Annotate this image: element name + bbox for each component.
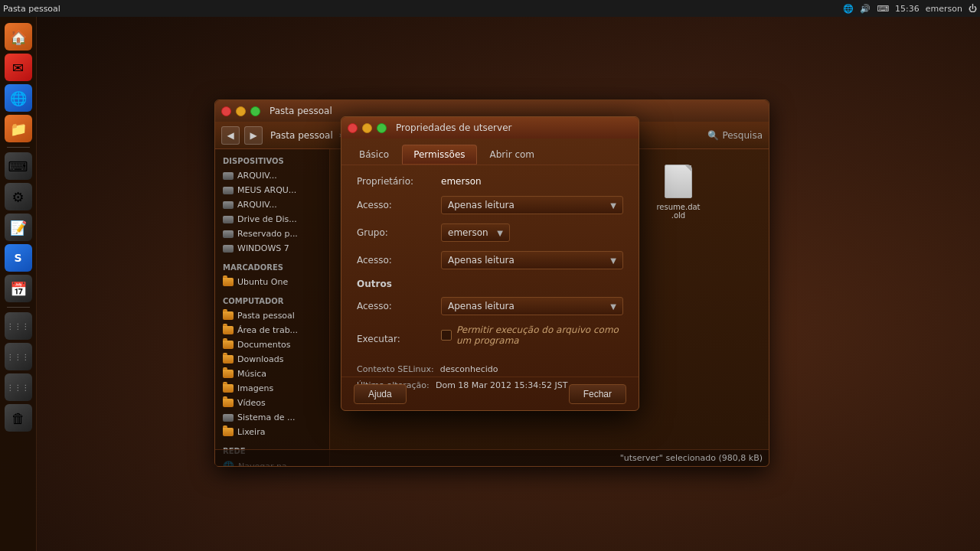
folder-icon-docs: [223, 341, 234, 349]
topbar-user: emerson: [926, 4, 962, 14]
folder-icon-ubuntu: [223, 278, 234, 286]
sidebar-item-pasta-pessoal[interactable]: Pasta pessoal: [218, 308, 326, 323]
dropdown-arrow1: ▼: [610, 201, 616, 210]
search-icon: 🔍: [707, 130, 719, 141]
value-contexto: desconhecido: [440, 364, 498, 374]
topbar-network-icon[interactable]: 🌐: [843, 4, 854, 14]
sidebar-header-dispositivos: Dispositivos: [218, 155, 326, 167]
dropdown-acesso3[interactable]: Apenas leitura ▼: [441, 297, 623, 315]
dock-trash[interactable]: 🗑: [5, 404, 32, 432]
sidebar-item-videos[interactable]: Vídeos: [218, 396, 326, 410]
sidebar-section-computador: Computador Pasta pessoal Área de trab...…: [218, 295, 326, 439]
file-item-resume[interactable]: resume.dat.old: [652, 158, 705, 224]
sidebar-item-lixeira[interactable]: Lixeira: [218, 425, 326, 439]
file-page-resume: [665, 165, 692, 198]
topbar-power-icon[interactable]: ⏻: [969, 4, 977, 14]
sidebar-section-marcadores: Marcadores Ubuntu One: [218, 262, 326, 289]
file-icon-resume: [663, 163, 694, 200]
sidebar-item-windows7[interactable]: WINDOWS 7: [218, 241, 326, 256]
dialog-title: Propriedades de utserver: [396, 122, 511, 133]
folder-icon-dl: [223, 355, 234, 364]
dialog-row-acesso2: Acesso: Apenas leitura ▼: [357, 251, 623, 269]
dialog-row-contexto: Contexto SELinux: desconhecido: [357, 363, 623, 374]
label-acesso3: Acesso:: [357, 301, 441, 311]
file-name-resume: resume.dat.old: [656, 203, 701, 220]
hdd-icon6: [223, 245, 234, 253]
dock-separator-2: [7, 307, 30, 308]
dock-terminal[interactable]: ⌨: [5, 152, 32, 180]
fm-forward-btn[interactable]: ▶: [244, 126, 263, 145]
dialog-row-grupo: Grupo: emerson ▼: [357, 223, 623, 242]
close-button[interactable]: Fechar: [569, 384, 626, 404]
fm-close-btn[interactable]: [221, 106, 231, 116]
dock-skype[interactable]: S: [5, 244, 32, 272]
fm-back-btn[interactable]: ◀: [221, 126, 240, 145]
topbar-title: Pasta pessoal: [3, 4, 60, 14]
dropdown-arrow2: ▼: [610, 256, 616, 265]
sidebar-item-reservado[interactable]: Reservado p...: [218, 227, 326, 241]
sidebar-item-ubuntu-one[interactable]: Ubuntu One: [218, 275, 326, 289]
outros-header: Outros: [357, 279, 623, 289]
label-acesso2: Acesso:: [357, 255, 441, 266]
fm-search-area[interactable]: 🔍 Pesquisa: [707, 130, 763, 141]
dialog-row-acesso3: Acesso: Apenas leitura ▼: [357, 297, 623, 315]
dock-home[interactable]: 🏠: [5, 23, 32, 51]
dock-settings[interactable]: ⚙: [5, 183, 32, 210]
dropdown-arrow3: ▼: [610, 302, 616, 311]
sidebar-item-sistema[interactable]: Sistema de ...: [218, 410, 326, 425]
hdd-icon4: [223, 216, 234, 223]
breadcrumb-pasta[interactable]: Pasta pessoal: [267, 129, 336, 142]
sidebar-item-downloads[interactable]: Downloads: [218, 352, 326, 367]
top-taskbar: Pasta pessoal 🌐 🔊 ⌨ 15:36 emerson ⏻: [0, 0, 980, 17]
dock-misc2[interactable]: ⋮⋮⋮: [5, 373, 32, 401]
dock-calendar[interactable]: 📅: [5, 275, 32, 302]
folder-icon-pasta: [223, 311, 234, 320]
dialog-row-proprietario: Proprietário: emerson: [357, 176, 623, 187]
executar-checkbox[interactable]: [441, 330, 452, 341]
folder-icon-lixeira: [223, 428, 234, 436]
executar-checkbox-row: Permitir execução do arquivo como um pro…: [441, 324, 623, 346]
dock-system[interactable]: ⋮⋮⋮: [5, 312, 32, 340]
dialog-tabs: Básico Permissões Abrir com: [341, 139, 639, 165]
file-manager-statusbar: "utserver" selecionado (980,8 kB): [215, 449, 769, 466]
dock-files[interactable]: 📁: [5, 115, 32, 142]
dropdown-acesso1-value: Apenas leitura: [448, 200, 514, 210]
application-dock: 🏠 ✉ 🌐 📁 ⌨ ⚙ 📝 S 📅 ⋮⋮⋮ ⋮⋮⋮ ⋮⋮⋮ 🗑: [0, 17, 37, 551]
sidebar-item-arquiv2[interactable]: ARQUIV...: [218, 197, 326, 212]
dialog-minimize-btn[interactable]: [362, 123, 372, 133]
executar-checkbox-label: Permitir execução do arquivo como um pro…: [456, 324, 623, 346]
label-contexto: Contexto SELinux:: [357, 364, 434, 374]
tab-basico[interactable]: Básico: [348, 145, 400, 165]
value-proprietario: emerson: [441, 176, 482, 187]
dock-mail[interactable]: ✉: [5, 54, 32, 81]
dropdown-grupo[interactable]: emerson ▼: [441, 223, 510, 242]
sidebar-header-marcadores: Marcadores: [218, 262, 326, 273]
dropdown-acesso3-value: Apenas leitura: [448, 301, 514, 311]
sidebar-item-area[interactable]: Área de trab...: [218, 323, 326, 337]
sidebar-item-documentos[interactable]: Documentos: [218, 337, 326, 352]
tab-abrir-com[interactable]: Abrir com: [479, 145, 546, 165]
dialog-close-btn[interactable]: [348, 123, 358, 133]
hdd-icon2: [223, 187, 234, 194]
dropdown-acesso2[interactable]: Apenas leitura ▼: [441, 251, 623, 269]
properties-dialog: Propriedades de utserver Básico Permissõ…: [341, 116, 639, 411]
fm-minimize-btn[interactable]: [236, 106, 246, 116]
dock-notes[interactable]: 📝: [5, 214, 32, 241]
topbar-keyboard-icon[interactable]: ⌨: [877, 4, 889, 14]
folder-icon-vid: [223, 399, 234, 407]
sidebar-item-imagens[interactable]: Imagens: [218, 381, 326, 396]
sidebar-item-drive[interactable]: Drive de Dis...: [218, 212, 326, 227]
sidebar-item-arquiv1[interactable]: ARQUIV...: [218, 168, 326, 183]
dropdown-acesso2-value: Apenas leitura: [448, 255, 514, 266]
dialog-maximize-btn[interactable]: [377, 123, 387, 133]
sidebar-item-musica[interactable]: Música: [218, 367, 326, 381]
hdd-icon5: [223, 230, 234, 238]
tab-permissoes[interactable]: Permissões: [402, 145, 476, 165]
dock-browser[interactable]: 🌐: [5, 84, 32, 112]
topbar-volume-icon[interactable]: 🔊: [860, 4, 871, 14]
dock-misc1[interactable]: ⋮⋮⋮: [5, 343, 32, 370]
dropdown-acesso1[interactable]: Apenas leitura ▼: [441, 196, 623, 214]
sidebar-item-meus[interactable]: MEUS ARQU...: [218, 183, 326, 197]
help-button[interactable]: Ajuda: [354, 384, 407, 404]
fm-maximize-btn[interactable]: [250, 106, 260, 116]
